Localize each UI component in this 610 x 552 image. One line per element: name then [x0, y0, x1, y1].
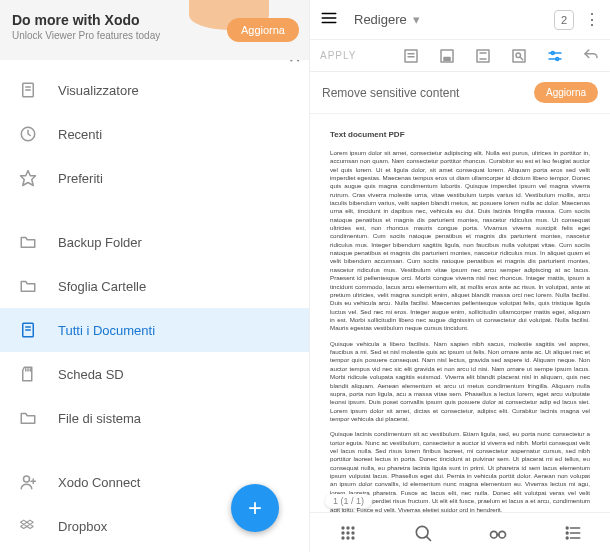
- promo-banner: Do more with Xodo Unlock Viewer Pro feat…: [0, 0, 309, 60]
- svg-point-43: [347, 537, 349, 539]
- document-view[interactable]: Text document PDF Lorem ipsum dolor sit …: [310, 114, 610, 512]
- svg-point-52: [566, 532, 568, 534]
- svg-point-39: [342, 532, 344, 534]
- svg-point-30: [516, 53, 521, 58]
- chevron-down-icon: ▾: [413, 12, 420, 27]
- clock-icon: [18, 124, 38, 144]
- page-indicator: 1 (1 / 1): [325, 494, 372, 508]
- user-plus-icon: [18, 472, 38, 492]
- sidebar-item-label: Scheda SD: [58, 367, 124, 382]
- svg-point-14: [24, 476, 30, 482]
- grid-icon[interactable]: [338, 523, 358, 543]
- sidebar-item-recenti[interactable]: Recenti: [0, 112, 309, 156]
- editor-pane: Redigere▾ 2 ⋮ APPLY Remove sensitive con…: [310, 0, 610, 552]
- svg-point-38: [352, 527, 354, 529]
- menu-icon[interactable]: [320, 9, 338, 31]
- search-redact-icon[interactable]: [510, 47, 528, 65]
- svg-point-37: [347, 527, 349, 529]
- sd-icon: [18, 364, 38, 384]
- sidebar-item-label: Visualizzatore: [58, 83, 139, 98]
- sidebar-item-visualizzatore[interactable]: Visualizzatore: [0, 68, 309, 112]
- doc-paragraph: Quisque vehicula a libero facilisis. Nam…: [330, 340, 590, 424]
- folder-icon: [18, 408, 38, 428]
- sidebar-item-label: Backup Folder: [58, 235, 142, 250]
- search-icon[interactable]: [413, 523, 433, 543]
- page-count-badge[interactable]: 2: [554, 10, 574, 30]
- search-bar: Remove sensitive content Aggiorna: [310, 72, 610, 114]
- redact-text-icon[interactable]: [402, 47, 420, 65]
- nav-list: VisualizzatoreRecentiPreferitiBackup Fol…: [0, 60, 309, 552]
- file-icon: [18, 320, 38, 340]
- file-icon: [18, 80, 38, 100]
- apply-label: APPLY: [320, 50, 357, 61]
- sidebar-item-label: File di sistema: [58, 411, 141, 426]
- svg-line-31: [521, 57, 523, 59]
- dropbox-icon: [18, 516, 38, 536]
- sidebar-item-tutti-i-documenti[interactable]: Tutti i Documenti: [0, 308, 309, 352]
- undo-icon[interactable]: [582, 47, 600, 65]
- doc-paragraph: Lorem ipsum dolor sit amet, consectetur …: [330, 149, 590, 333]
- svg-point-41: [352, 532, 354, 534]
- upgrade-button[interactable]: Aggiorna: [227, 18, 299, 42]
- settings-sliders-icon[interactable]: [546, 47, 564, 65]
- sidebar-item-file-di-sistema[interactable]: File di sistema: [0, 396, 309, 440]
- mode-dropdown[interactable]: Redigere▾: [354, 12, 554, 27]
- sidebar-item-label: Preferiti: [58, 171, 103, 186]
- sidebar-item-preferiti[interactable]: Preferiti: [0, 156, 309, 200]
- glasses-icon[interactable]: [488, 523, 508, 543]
- sidebar-item-google-drive[interactable]: Google Drive: [0, 548, 309, 552]
- sidebar-item-label: Tutti i Documenti: [58, 323, 155, 338]
- svg-point-40: [347, 532, 349, 534]
- svg-line-46: [426, 536, 430, 540]
- search-upgrade-button[interactable]: Aggiorna: [534, 82, 598, 103]
- search-placeholder[interactable]: Remove sensitive content: [322, 86, 534, 100]
- sidebar-item-label: Dropbox: [58, 519, 107, 534]
- svg-rect-26: [477, 50, 489, 62]
- svg-point-36: [342, 527, 344, 529]
- sidebar-item-label: Sfoglia Cartelle: [58, 279, 146, 294]
- svg-point-48: [498, 531, 505, 538]
- svg-point-42: [342, 537, 344, 539]
- toolbar: APPLY: [310, 40, 610, 72]
- overflow-menu-icon[interactable]: ⋮: [584, 10, 600, 29]
- svg-point-47: [490, 531, 497, 538]
- svg-point-44: [352, 537, 354, 539]
- outline-icon[interactable]: [563, 523, 583, 543]
- sidebar-item-label: Xodo Connect: [58, 475, 140, 490]
- fab-add-button[interactable]: +: [231, 484, 279, 532]
- redact-page-icon[interactable]: [474, 47, 492, 65]
- topbar: Redigere▾ 2 ⋮: [310, 0, 610, 40]
- sidebar-item-backup-folder[interactable]: Backup Folder: [0, 220, 309, 264]
- bottom-toolbar: [310, 512, 610, 552]
- redact-region-icon[interactable]: [438, 47, 456, 65]
- svg-point-54: [566, 537, 568, 539]
- svg-marker-7: [21, 171, 36, 186]
- sidebar-item-sfoglia-cartelle[interactable]: Sfoglia Cartelle: [0, 264, 309, 308]
- sidebar: ⋮ ✕ Do more with Xodo Unlock Viewer Pro …: [0, 0, 310, 552]
- star-icon: [18, 168, 38, 188]
- sidebar-item-scheda-sd[interactable]: Scheda SD: [0, 352, 309, 396]
- doc-title: Text document PDF: [330, 130, 590, 141]
- folder-icon: [18, 276, 38, 296]
- svg-rect-25: [444, 57, 450, 60]
- svg-point-50: [566, 527, 568, 529]
- sidebar-item-label: Recenti: [58, 127, 102, 142]
- folder-icon: [18, 232, 38, 252]
